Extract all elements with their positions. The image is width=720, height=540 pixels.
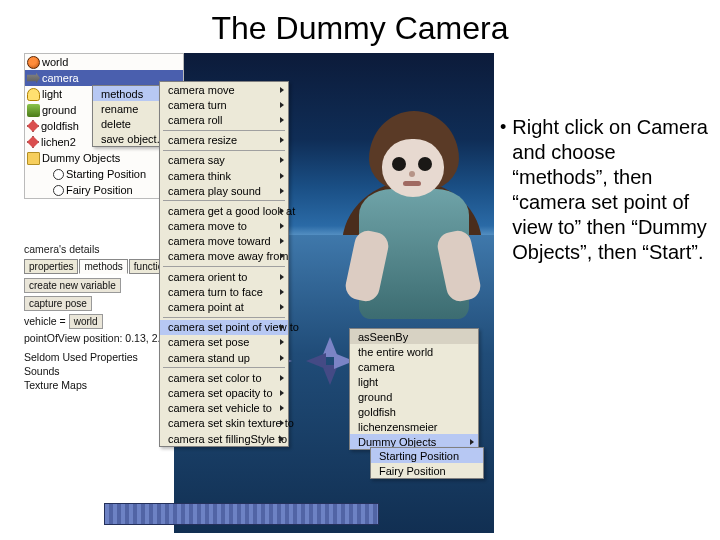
menu-separator — [163, 150, 285, 151]
menu-separator — [163, 130, 285, 131]
target-submenu[interactable]: asSeenBythe entire worldcameralightgroun… — [349, 328, 479, 450]
world-icon — [27, 56, 40, 69]
target-light[interactable]: light — [350, 374, 478, 389]
method-camera-think[interactable]: camera think — [160, 168, 288, 183]
method-camera-set-pose[interactable]: camera set pose — [160, 335, 288, 350]
target-ground[interactable]: ground — [350, 389, 478, 404]
bullet-content: Right click on Camera and choose “method… — [512, 115, 710, 265]
tab-methods[interactable]: methods — [79, 259, 127, 274]
dummy-objects-submenu[interactable]: Starting PositionFairy Position — [370, 447, 484, 479]
method-camera-move-to[interactable]: camera move to — [160, 219, 288, 234]
methods-menu[interactable]: camera movecamera turncamera rollcamera … — [159, 81, 289, 447]
method-camera-turn-to-face[interactable]: camera turn to face — [160, 284, 288, 299]
pt-icon — [53, 185, 64, 196]
stage: worldcameralightgroundgoldfishlichen2Dum… — [24, 53, 696, 533]
tree-item-label: ground — [42, 104, 76, 116]
tab-properties[interactable]: properties — [24, 259, 78, 274]
pt-icon — [53, 169, 64, 180]
method-camera-set-color-to[interactable]: camera set color to — [160, 370, 288, 385]
tree-item-world[interactable]: world — [25, 54, 183, 70]
method-camera-set-point-of-view-to[interactable]: camera set point of view to — [160, 320, 288, 335]
timeline-strip[interactable] — [104, 503, 379, 525]
tree-item-label: lichen2 — [41, 136, 76, 148]
method-camera-resize[interactable]: camera resize — [160, 133, 288, 148]
method-camera-move[interactable]: camera move — [160, 82, 288, 97]
method-camera-roll[interactable]: camera roll — [160, 112, 288, 127]
method-camera-play-sound[interactable]: camera play sound — [160, 183, 288, 198]
tree-item-label: light — [42, 88, 62, 100]
method-camera-point-at[interactable]: camera point at — [160, 299, 288, 314]
mdl-icon — [27, 136, 39, 148]
menu-separator — [163, 367, 285, 368]
target-the-entire-world[interactable]: the entire world — [350, 344, 478, 359]
tree-item-label: camera — [42, 72, 79, 84]
submenu-header: asSeenBy — [350, 329, 478, 344]
slide-title: The Dummy Camera — [0, 0, 720, 53]
target-lichenzensmeier[interactable]: lichenzensmeier — [350, 419, 478, 434]
bullet-dot-icon: • — [500, 115, 506, 265]
character-figure — [334, 111, 484, 341]
method-camera-set-opacity-to[interactable]: camera set opacity to — [160, 385, 288, 400]
method-camera-turn[interactable]: camera turn — [160, 97, 288, 112]
light-icon — [27, 88, 40, 101]
method-camera-get-a-good-look-at[interactable]: camera get a good look at — [160, 203, 288, 218]
final-Fairy-Position[interactable]: Fairy Position — [371, 463, 483, 478]
method-camera-set-vehicle-to[interactable]: camera set vehicle to — [160, 401, 288, 416]
menu-separator — [163, 200, 285, 201]
vehicle-value[interactable]: world — [69, 314, 103, 329]
method-camera-say[interactable]: camera say — [160, 153, 288, 168]
vehicle-label: vehicle = — [24, 315, 66, 327]
tree-item-label: goldfish — [41, 120, 79, 132]
bullet-text: • Right click on Camera and choose “meth… — [500, 115, 710, 265]
menu-separator — [163, 317, 285, 318]
grnd-icon — [27, 104, 40, 117]
tree-item-label: world — [42, 56, 68, 68]
method-camera-move-away-from[interactable]: camera move away from — [160, 249, 288, 264]
compass-widget[interactable] — [308, 339, 352, 383]
cam-icon — [27, 72, 40, 85]
tree-item-label: Fairy Position — [66, 184, 133, 196]
fold-icon — [27, 152, 40, 165]
method-camera-move-toward[interactable]: camera move toward — [160, 234, 288, 249]
method-camera-stand-up[interactable]: camera stand up — [160, 350, 288, 365]
method-camera-set-fillingStyle-to[interactable]: camera set fillingStyle to — [160, 431, 288, 446]
menu-separator — [163, 266, 285, 267]
target-camera[interactable]: camera — [350, 359, 478, 374]
mdl-icon — [27, 120, 39, 132]
target-goldfish[interactable]: goldfish — [350, 404, 478, 419]
create-variable-button[interactable]: create new variable — [24, 278, 121, 293]
final-Starting-Position[interactable]: Starting Position — [371, 448, 483, 463]
method-camera-set-skin-texture-to[interactable]: camera set skin texture to — [160, 416, 288, 431]
method-camera-orient-to[interactable]: camera orient to — [160, 269, 288, 284]
tree-item-label: Starting Position — [66, 168, 146, 180]
tree-item-label: Dummy Objects — [42, 152, 120, 164]
capture-pose-button[interactable]: capture pose — [24, 296, 92, 311]
